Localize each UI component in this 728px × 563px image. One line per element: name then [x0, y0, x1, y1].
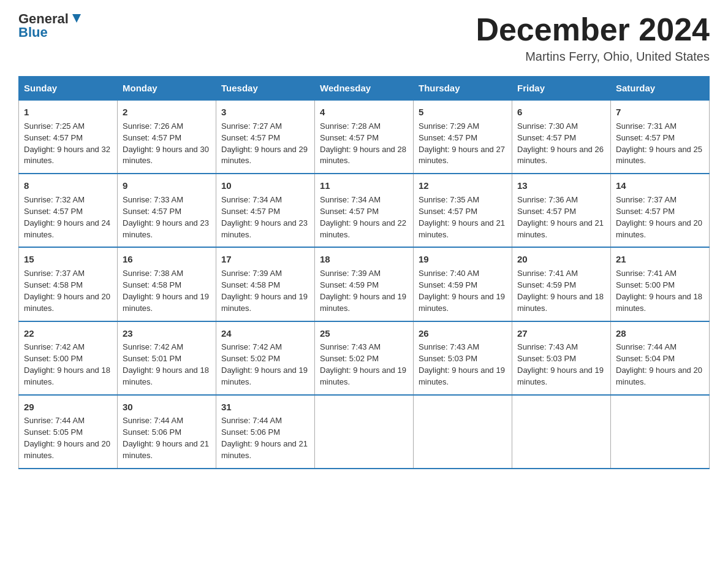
- sunset-text: Sunset: 4:58 PM: [24, 280, 83, 289]
- daylight-text: Daylight: 9 hours and 18 minutes.: [24, 366, 110, 386]
- calendar-cell: [315, 395, 414, 469]
- sunrise-text: Sunrise: 7:34 AM: [320, 195, 381, 204]
- calendar-cell: 27Sunrise: 7:43 AMSunset: 5:03 PMDayligh…: [512, 321, 611, 395]
- sunrise-text: Sunrise: 7:28 AM: [320, 121, 381, 131]
- daylight-text: Daylight: 9 hours and 25 minutes.: [616, 145, 702, 166]
- sunrise-text: Sunrise: 7:31 AM: [616, 121, 677, 131]
- calendar-cell: 5Sunrise: 7:29 AMSunset: 4:57 PMDaylight…: [414, 100, 512, 174]
- calendar-cell: 7Sunrise: 7:31 AMSunset: 4:57 PMDaylight…: [611, 100, 710, 174]
- sunrise-text: Sunrise: 7:40 AM: [419, 269, 479, 278]
- sunset-text: Sunset: 5:03 PM: [419, 354, 477, 363]
- day-number: 20: [517, 253, 605, 266]
- sunset-text: Sunset: 5:03 PM: [517, 354, 576, 363]
- header-cell-saturday: Saturday: [611, 77, 710, 101]
- sunset-text: Sunset: 4:57 PM: [221, 207, 280, 216]
- logo: General Blue: [18, 12, 83, 39]
- sunrise-text: Sunrise: 7:44 AM: [24, 416, 85, 425]
- daylight-text: Daylight: 9 hours and 21 minutes.: [123, 439, 209, 460]
- page-header: General Blue December 2024 Martins Ferry…: [18, 12, 710, 64]
- calendar-row: 15Sunrise: 7:37 AMSunset: 4:58 PMDayligh…: [19, 247, 710, 321]
- sunrise-text: Sunrise: 7:37 AM: [616, 195, 677, 204]
- calendar-cell: 2Sunrise: 7:26 AMSunset: 4:57 PMDaylight…: [118, 100, 216, 174]
- calendar-cell: 1Sunrise: 7:25 AMSunset: 4:57 PMDaylight…: [19, 100, 118, 174]
- calendar-row: 1Sunrise: 7:25 AMSunset: 4:57 PMDaylight…: [19, 100, 710, 174]
- calendar-cell: 24Sunrise: 7:42 AMSunset: 5:02 PMDayligh…: [216, 321, 315, 395]
- calendar-header: SundayMondayTuesdayWednesdayThursdayFrid…: [19, 77, 710, 101]
- header-cell-sunday: Sunday: [19, 77, 118, 101]
- day-number: 28: [616, 327, 704, 340]
- day-number: 4: [320, 105, 408, 119]
- daylight-text: Daylight: 9 hours and 20 minutes.: [616, 366, 702, 386]
- calendar-cell: 18Sunrise: 7:39 AMSunset: 4:59 PMDayligh…: [315, 247, 414, 321]
- daylight-text: Daylight: 9 hours and 23 minutes.: [123, 218, 209, 239]
- day-number: 16: [123, 253, 211, 266]
- calendar-cell: 15Sunrise: 7:37 AMSunset: 4:58 PMDayligh…: [19, 247, 118, 321]
- sunset-text: Sunset: 4:59 PM: [320, 280, 379, 289]
- sunrise-text: Sunrise: 7:36 AM: [517, 195, 578, 204]
- sunrise-text: Sunrise: 7:35 AM: [419, 195, 479, 204]
- header-row: SundayMondayTuesdayWednesdayThursdayFrid…: [19, 77, 710, 101]
- daylight-text: Daylight: 9 hours and 19 minutes.: [221, 292, 308, 313]
- sunset-text: Sunset: 4:59 PM: [419, 280, 477, 289]
- title-block: December 2024 Martins Ferry, Ohio, Unite…: [476, 12, 710, 64]
- sunrise-text: Sunrise: 7:33 AM: [123, 195, 183, 204]
- sunrise-text: Sunrise: 7:43 AM: [517, 342, 578, 351]
- calendar-cell: [611, 395, 710, 469]
- calendar-cell: 31Sunrise: 7:44 AMSunset: 5:06 PMDayligh…: [216, 395, 315, 469]
- sunset-text: Sunset: 4:58 PM: [221, 280, 280, 289]
- day-number: 23: [123, 327, 211, 340]
- calendar-cell: 13Sunrise: 7:36 AMSunset: 4:57 PMDayligh…: [512, 174, 611, 247]
- day-number: 15: [24, 253, 112, 266]
- calendar-cell: 20Sunrise: 7:41 AMSunset: 4:59 PMDayligh…: [512, 247, 611, 321]
- day-number: 3: [221, 105, 309, 119]
- calendar-body: 1Sunrise: 7:25 AMSunset: 4:57 PMDaylight…: [19, 100, 710, 469]
- logo-text-blue: Blue: [18, 26, 48, 39]
- day-number: 1: [24, 105, 112, 119]
- sunrise-text: Sunrise: 7:41 AM: [517, 269, 578, 278]
- daylight-text: Daylight: 9 hours and 32 minutes.: [24, 145, 110, 166]
- sunrise-text: Sunrise: 7:27 AM: [221, 121, 282, 131]
- header-cell-thursday: Thursday: [414, 77, 512, 101]
- svg-marker-0: [72, 14, 81, 23]
- month-title: December 2024: [476, 12, 710, 47]
- sunset-text: Sunset: 4:59 PM: [517, 280, 576, 289]
- sunrise-text: Sunrise: 7:38 AM: [123, 269, 183, 278]
- sunset-text: Sunset: 4:57 PM: [123, 207, 181, 216]
- sunrise-text: Sunrise: 7:32 AM: [24, 195, 85, 204]
- sunset-text: Sunset: 4:57 PM: [123, 133, 181, 142]
- calendar-table: SundayMondayTuesdayWednesdayThursdayFrid…: [18, 76, 710, 469]
- sunset-text: Sunset: 5:01 PM: [123, 354, 181, 363]
- daylight-text: Daylight: 9 hours and 28 minutes.: [320, 145, 406, 166]
- calendar-cell: 22Sunrise: 7:42 AMSunset: 5:00 PMDayligh…: [19, 321, 118, 395]
- header-cell-monday: Monday: [118, 77, 216, 101]
- daylight-text: Daylight: 9 hours and 18 minutes.: [123, 366, 209, 386]
- sunset-text: Sunset: 4:57 PM: [24, 133, 83, 142]
- daylight-text: Daylight: 9 hours and 20 minutes.: [24, 439, 110, 460]
- day-number: 14: [616, 179, 704, 193]
- day-number: 12: [419, 179, 507, 193]
- calendar-cell: 23Sunrise: 7:42 AMSunset: 5:01 PMDayligh…: [118, 321, 216, 395]
- day-number: 31: [221, 400, 309, 414]
- sunrise-text: Sunrise: 7:42 AM: [24, 342, 85, 351]
- daylight-text: Daylight: 9 hours and 19 minutes.: [320, 366, 406, 386]
- calendar-row: 29Sunrise: 7:44 AMSunset: 5:05 PMDayligh…: [19, 395, 710, 469]
- sunset-text: Sunset: 5:05 PM: [24, 427, 83, 437]
- sunset-text: Sunset: 5:00 PM: [24, 354, 83, 363]
- calendar-cell: 21Sunrise: 7:41 AMSunset: 5:00 PMDayligh…: [611, 247, 710, 321]
- calendar-cell: 8Sunrise: 7:32 AMSunset: 4:57 PMDaylight…: [19, 174, 118, 247]
- sunset-text: Sunset: 5:06 PM: [221, 427, 280, 437]
- daylight-text: Daylight: 9 hours and 21 minutes.: [221, 439, 308, 460]
- daylight-text: Daylight: 9 hours and 30 minutes.: [123, 145, 209, 166]
- location-text: Martins Ferry, Ohio, United States: [476, 50, 710, 64]
- daylight-text: Daylight: 9 hours and 19 minutes.: [221, 366, 308, 386]
- sunrise-text: Sunrise: 7:30 AM: [517, 121, 578, 131]
- day-number: 10: [221, 179, 309, 193]
- day-number: 18: [320, 253, 408, 266]
- daylight-text: Daylight: 9 hours and 19 minutes.: [419, 292, 505, 313]
- calendar-row: 8Sunrise: 7:32 AMSunset: 4:57 PMDaylight…: [19, 174, 710, 247]
- sunrise-text: Sunrise: 7:26 AM: [123, 121, 183, 131]
- day-number: 30: [123, 400, 211, 414]
- sunrise-text: Sunrise: 7:43 AM: [320, 342, 381, 351]
- calendar-cell: 19Sunrise: 7:40 AMSunset: 4:59 PMDayligh…: [414, 247, 512, 321]
- daylight-text: Daylight: 9 hours and 19 minutes.: [517, 366, 604, 386]
